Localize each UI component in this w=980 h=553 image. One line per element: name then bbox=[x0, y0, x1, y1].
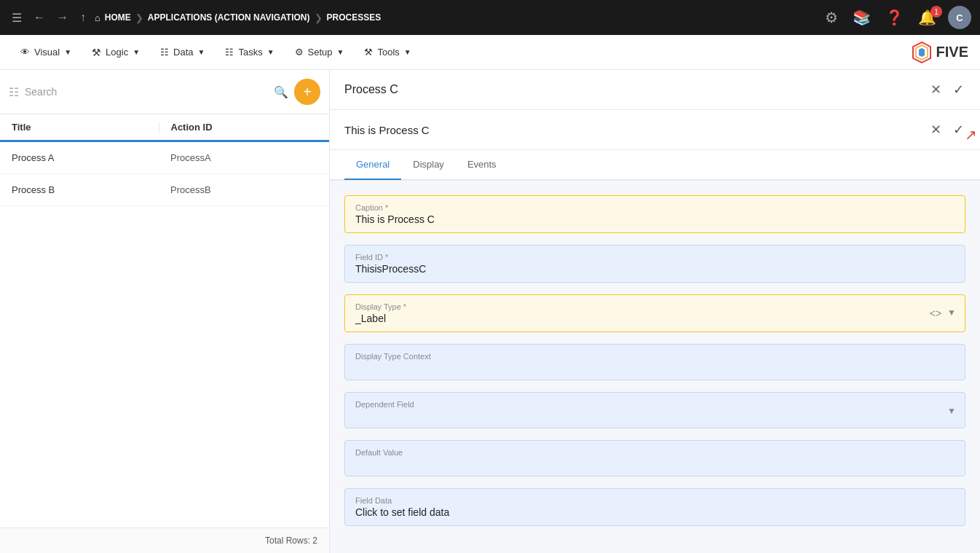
row-2-title: Process B bbox=[12, 184, 159, 195]
five-logo-icon bbox=[910, 41, 933, 64]
field-data-label: Field Data bbox=[355, 496, 955, 505]
display-type-context-group: Display Type Context bbox=[344, 344, 965, 380]
tasks-icon: ☷ bbox=[225, 47, 234, 58]
field-data-group: Field Data Click to set field data bbox=[344, 488, 965, 526]
close-button[interactable]: ✕ bbox=[929, 80, 943, 99]
add-button[interactable]: + bbox=[294, 79, 320, 105]
column-action-header: Action ID bbox=[159, 122, 318, 133]
inner-close-button[interactable]: ✕ bbox=[929, 120, 943, 139]
menu-tools-label: Tools bbox=[377, 47, 399, 58]
menu-logic-label: Logic bbox=[106, 47, 128, 58]
caption-field-group: Caption * This is Process C bbox=[344, 195, 965, 233]
chevron-down-icon-5: ▼ bbox=[337, 48, 344, 56]
menu-tasks-label: Tasks bbox=[238, 47, 262, 58]
menu-bar: 👁 Visual ▼ ⚒ Logic ▼ ☷ Data ▼ ☷ Tasks ▼ … bbox=[0, 35, 980, 70]
notification-badge: 1 bbox=[930, 6, 942, 17]
separator-1: ❯ bbox=[135, 12, 143, 23]
field-id-group: Field ID * ThisisProcessC bbox=[344, 245, 965, 283]
arrow-indicator: ↗ bbox=[965, 126, 977, 144]
field-id-label: Field ID * bbox=[355, 253, 955, 262]
field-id-value[interactable]: ThisisProcessC bbox=[355, 263, 955, 275]
avatar[interactable]: C bbox=[948, 6, 971, 29]
breadcrumb-home[interactable]: HOME bbox=[105, 12, 131, 23]
search-input[interactable] bbox=[25, 86, 268, 98]
table-row[interactable]: Process B ProcessB bbox=[0, 174, 329, 206]
panel-title: Process C bbox=[344, 83, 398, 96]
display-type-group: Display Type * _Label <> ▼ bbox=[344, 294, 965, 332]
panel-header: Process C ✕ ✓ bbox=[330, 70, 980, 110]
gear-icon: ⚙ bbox=[295, 47, 304, 58]
menu-setup[interactable]: ⚙ Setup ▼ bbox=[286, 42, 353, 62]
row-2-action: ProcessB bbox=[159, 184, 317, 195]
tab-display[interactable]: Display bbox=[401, 150, 456, 180]
tab-general[interactable]: General bbox=[344, 150, 401, 180]
back-icon[interactable]: ← bbox=[31, 8, 48, 27]
app-logo: FIVE bbox=[910, 41, 968, 64]
chevron-down-icon-4: ▼ bbox=[267, 48, 274, 56]
eye-icon: 👁 bbox=[20, 47, 30, 58]
inner-panel: This is Process C ✕ ✓ ↗ General Display … bbox=[330, 110, 980, 181]
row-1-title: Process A bbox=[12, 152, 159, 163]
inner-panel-title: This is Process C bbox=[344, 124, 430, 136]
code-icon[interactable]: <> bbox=[930, 307, 941, 319]
breadcrumb-apps[interactable]: APPLICATIONS (ACTION NAVIGATION) bbox=[148, 12, 310, 23]
display-type-value[interactable]: _Label bbox=[355, 313, 955, 324]
menu-visual-label: Visual bbox=[34, 47, 60, 58]
breadcrumb: ⌂ HOME ❯ APPLICATIONS (ACTION NAVIGATION… bbox=[95, 12, 381, 23]
menu-setup-label: Setup bbox=[308, 47, 333, 58]
top-navigation: ☰ ← → ↑ ⌂ HOME ❯ APPLICATIONS (ACTION NA… bbox=[0, 0, 980, 35]
logic-icon: ⚒ bbox=[92, 47, 101, 58]
menu-data[interactable]: ☷ Data ▼ bbox=[151, 42, 213, 62]
caption-value[interactable]: This is Process C bbox=[355, 213, 955, 225]
menu-tools[interactable]: ⚒ Tools ▼ bbox=[355, 42, 419, 62]
hamburger-icon[interactable]: ☰ bbox=[9, 8, 25, 28]
right-panel: Process C ✕ ✓ This is Process C ✕ ✓ ↗ Ge… bbox=[330, 70, 980, 553]
menu-tasks[interactable]: ☷ Tasks ▼ bbox=[216, 42, 282, 62]
tools-icon: ⚒ bbox=[364, 47, 373, 58]
table-row[interactable]: Process A ProcessA bbox=[0, 142, 329, 174]
main-content: ☷ 🔍 + Title Action ID Process A ProcessA… bbox=[0, 70, 980, 553]
tab-events[interactable]: Events bbox=[456, 150, 508, 180]
svg-marker-2 bbox=[919, 48, 925, 57]
menu-logic[interactable]: ⚒ Logic ▼ bbox=[83, 42, 149, 63]
chevron-down-icon-2: ▼ bbox=[133, 48, 140, 56]
row-1-action: ProcessA bbox=[159, 152, 317, 163]
up-icon[interactable]: ↑ bbox=[77, 8, 89, 27]
dropdown-arrow-icon[interactable]: ▼ bbox=[947, 307, 956, 319]
separator-2: ❯ bbox=[315, 12, 323, 23]
table-footer: Total Rows: 2 bbox=[0, 527, 329, 553]
column-title-header: Title bbox=[12, 122, 159, 133]
form-content: Caption * This is Process C Field ID * T… bbox=[330, 181, 980, 553]
field-data-value[interactable]: Click to set field data bbox=[355, 506, 955, 518]
breadcrumb-processes[interactable]: PROCESSES bbox=[327, 12, 382, 23]
filter-icon: ☷ bbox=[9, 85, 19, 99]
chevron-down-icon-3: ▼ bbox=[198, 48, 205, 56]
settings-icon[interactable]: ⚙ bbox=[822, 6, 841, 29]
dependent-field-group: Dependent Field ▼ bbox=[344, 392, 965, 428]
default-value-label: Default Value bbox=[355, 448, 955, 457]
save-button[interactable]: ✓ bbox=[952, 80, 965, 99]
chevron-down-icon: ▼ bbox=[64, 48, 71, 56]
table-body: Process A ProcessA Process B ProcessB bbox=[0, 142, 329, 527]
default-value-group: Default Value bbox=[344, 440, 965, 476]
inner-panel-header: This is Process C ✕ ✓ ↗ bbox=[330, 110, 980, 150]
notification-button[interactable]: 🔔 1 bbox=[915, 9, 939, 26]
panel-actions: ✕ ✓ bbox=[929, 80, 965, 99]
help-icon[interactable]: ❓ bbox=[882, 6, 906, 29]
grid-icon: ☷ bbox=[160, 47, 169, 58]
total-rows: Total Rows: 2 bbox=[265, 536, 317, 546]
five-logo-text: FIVE bbox=[936, 44, 968, 60]
home-icon: ⌂ bbox=[95, 12, 100, 23]
menu-data-label: Data bbox=[173, 47, 193, 58]
books-icon[interactable]: 📚 bbox=[850, 6, 874, 29]
search-icon[interactable]: 🔍 bbox=[274, 85, 288, 99]
table-header: Title Action ID bbox=[0, 114, 329, 142]
menu-visual[interactable]: 👁 Visual ▼ bbox=[12, 42, 80, 62]
inner-save-button[interactable]: ✓ bbox=[952, 120, 965, 139]
display-type-context-label: Display Type Context bbox=[355, 352, 955, 361]
display-type-label: Display Type * bbox=[355, 302, 955, 311]
dependent-dropdown-icon[interactable]: ▼ bbox=[947, 406, 956, 416]
dependent-field-label: Dependent Field bbox=[355, 400, 955, 409]
chevron-down-icon-6: ▼ bbox=[404, 48, 411, 56]
forward-icon[interactable]: → bbox=[54, 8, 71, 27]
